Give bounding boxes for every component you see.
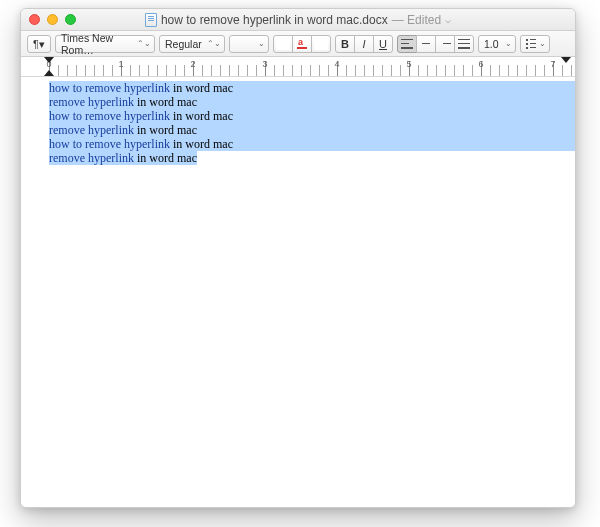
font-weight-label: Regular — [165, 38, 202, 50]
first-line-indent-marker[interactable] — [44, 57, 54, 63]
document-icon — [145, 13, 157, 27]
list-style-select[interactable]: ⌄ — [520, 35, 550, 53]
hyperlink-text[interactable]: remove hyperlink — [49, 95, 134, 109]
text-line[interactable]: remove hyperlink in word mac — [49, 123, 575, 137]
font-family-label: Times New Rom… — [61, 32, 134, 56]
app-window: how to remove hyperlink in word mac.docx… — [20, 8, 576, 508]
ruler-number: 4 — [334, 59, 339, 69]
ruler-number: 6 — [478, 59, 483, 69]
align-center-icon — [420, 39, 432, 49]
paragraph-styles-select[interactable]: ¶▾ — [27, 35, 51, 53]
hyperlink-text[interactable]: how to remove hyperlink — [49, 109, 170, 123]
paragraph-style-label: ¶▾ — [33, 38, 45, 50]
left-indent-marker[interactable] — [44, 70, 54, 76]
chevron-down-icon: ⌄ — [505, 39, 512, 48]
plain-text[interactable]: in word mac — [134, 95, 197, 109]
document-content[interactable]: how to remove hyperlink in word macremov… — [21, 77, 575, 165]
ruler-number: 5 — [406, 59, 411, 69]
highlight-color-button[interactable]: a — [292, 35, 312, 53]
align-right-icon — [439, 39, 451, 49]
zoom-button[interactable] — [65, 14, 76, 25]
text-line[interactable]: remove hyperlink in word mac — [49, 151, 197, 165]
right-indent-marker[interactable] — [561, 57, 571, 63]
hyperlink-text[interactable]: remove hyperlink — [49, 151, 134, 165]
chevron-down-icon: ⌃⌄ — [207, 39, 221, 48]
align-left-icon — [401, 39, 413, 49]
align-left-button[interactable] — [397, 35, 417, 53]
underline-button[interactable]: U — [373, 35, 393, 53]
line-spacing-label: 1.0 — [484, 38, 499, 50]
hyperlink-text[interactable]: remove hyperlink — [49, 123, 134, 137]
align-center-button[interactable] — [416, 35, 436, 53]
plain-text[interactable]: in word mac — [134, 151, 197, 165]
font-size-select[interactable]: ⌄ — [229, 35, 269, 53]
traffic-lights — [29, 14, 76, 25]
plain-text[interactable]: in word mac — [170, 81, 233, 95]
blank-swatch-icon — [276, 38, 290, 50]
hyperlink-text[interactable]: how to remove hyperlink — [49, 137, 170, 151]
format-toolbar: ¶▾ Times New Rom… ⌃⌄ Regular ⌃⌄ ⌄ a B I … — [21, 31, 575, 57]
text-line[interactable]: how to remove hyperlink in word mac — [49, 137, 575, 151]
bold-button[interactable]: B — [335, 35, 355, 53]
minimize-button[interactable] — [47, 14, 58, 25]
plain-text[interactable]: in word mac — [170, 109, 233, 123]
chevron-down-icon: ⌄ — [539, 39, 546, 48]
document-area[interactable]: how to remove hyperlink in word macremov… — [21, 77, 575, 507]
italic-button[interactable]: I — [354, 35, 374, 53]
chevron-down-icon: ⌃⌄ — [137, 39, 151, 48]
text-line[interactable]: how to remove hyperlink in word mac — [49, 81, 575, 95]
font-weight-select[interactable]: Regular ⌃⌄ — [159, 35, 225, 53]
text-style-group: B I U — [335, 35, 393, 53]
plain-text[interactable]: in word mac — [134, 123, 197, 137]
align-group — [397, 35, 474, 53]
ruler-number: 3 — [262, 59, 267, 69]
window-title-text: how to remove hyperlink in word mac.docx — [161, 13, 388, 27]
align-justify-button[interactable] — [454, 35, 474, 53]
red-underline-icon: a — [295, 38, 309, 50]
hyperlink-text[interactable]: how to remove hyperlink — [49, 81, 170, 95]
plain-text[interactable]: in word mac — [170, 137, 233, 151]
chevron-down-icon[interactable]: ⌵ — [445, 14, 451, 25]
color-group: a — [273, 35, 331, 53]
fill-color-button[interactable] — [311, 35, 331, 53]
text-line[interactable]: remove hyperlink in word mac — [49, 95, 575, 109]
titlebar: how to remove hyperlink in word mac.docx… — [21, 9, 575, 31]
align-justify-icon — [458, 39, 470, 49]
text-color-button[interactable] — [273, 35, 293, 53]
close-button[interactable] — [29, 14, 40, 25]
ruler-number: 7 — [550, 59, 555, 69]
line-spacing-select[interactable]: 1.0 ⌄ — [478, 35, 516, 53]
text-line[interactable]: how to remove hyperlink in word mac — [49, 109, 575, 123]
blank-swatch-icon — [314, 38, 328, 50]
align-right-button[interactable] — [435, 35, 455, 53]
font-family-select[interactable]: Times New Rom… ⌃⌄ — [55, 35, 155, 53]
ruler-number: 2 — [190, 59, 195, 69]
chevron-down-icon: ⌄ — [258, 39, 265, 48]
window-title[interactable]: how to remove hyperlink in word mac.docx… — [29, 13, 567, 27]
ruler-number: 1 — [118, 59, 123, 69]
horizontal-ruler[interactable]: 01234567 — [21, 57, 575, 77]
ruler-track: 01234567 — [49, 57, 575, 76]
list-icon — [526, 39, 536, 49]
edited-indicator: — Edited — [392, 13, 441, 27]
